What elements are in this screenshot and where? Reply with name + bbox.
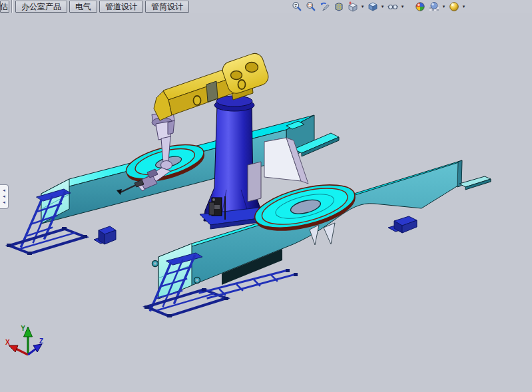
zoom-to-area-icon[interactable]	[304, 1, 317, 13]
command-tabs: 估 办公室产品 电气 管道设计 管筒设计	[0, 0, 191, 13]
back-beam-support-bracket[interactable]	[94, 226, 116, 244]
rotate-view-icon[interactable]	[318, 1, 331, 13]
triad-z-axis: Z	[28, 337, 43, 355]
viewport-3d[interactable]: Y X Z	[0, 0, 532, 392]
apply-scene-icon[interactable]	[427, 1, 440, 13]
panel-arrow-icon: ◂	[3, 200, 5, 206]
display-style-dropdown[interactable]: ▾	[380, 4, 385, 9]
apply-scene-dropdown[interactable]: ▾	[441, 4, 446, 9]
view-orientation-icon[interactable]	[346, 1, 359, 13]
tab-evaluate-partial[interactable]: 估	[0, 1, 9, 13]
triad-x-axis: X	[5, 339, 28, 355]
feature-panel-expand-tab[interactable]: ◂ ◂ ◂	[0, 184, 9, 209]
front-beam-support-bracket[interactable]	[388, 216, 417, 233]
display-style-icon[interactable]	[366, 1, 379, 13]
triad-y-axis: Y	[21, 325, 32, 355]
fixture-gray-plate[interactable]	[248, 162, 261, 202]
view-orientation-dropdown[interactable]: ▾	[360, 4, 365, 9]
view-toolbar: ▾ ▾ ▾ ▾ ▾	[290, 1, 466, 13]
hide-show-items-icon[interactable]	[386, 1, 399, 13]
view-settings-icon[interactable]	[447, 1, 460, 13]
robot-boom[interactable]	[154, 51, 270, 120]
view-settings-dropdown[interactable]: ▾	[461, 4, 466, 9]
tab-office-products[interactable]: 办公室产品	[15, 1, 67, 13]
hide-show-items-dropdown[interactable]: ▾	[400, 4, 405, 9]
triad-x-label: X	[5, 339, 10, 346]
edit-appearance-icon[interactable]	[413, 1, 426, 13]
triad-z-label: Z	[39, 337, 43, 345]
panel-arrow-icon: ◂	[3, 194, 5, 200]
boom-mid-joint[interactable]	[206, 81, 218, 102]
tab-separator	[11, 0, 13, 13]
command-bar: 估 办公室产品 电气 管道设计 管筒设计 ▾	[0, 0, 532, 13]
panel-arrow-icon: ◂	[3, 188, 5, 194]
zoom-in-out-icon[interactable]	[290, 1, 303, 13]
reference-triad: Y X Z	[5, 325, 43, 355]
tab-piping-design[interactable]: 管道设计	[99, 1, 143, 13]
tab-electrical[interactable]: 电气	[69, 1, 97, 13]
section-view-icon[interactable]	[332, 1, 345, 13]
triad-y-label: Y	[21, 325, 25, 332]
cad-window: Y X Z 估 办公室产品 电气 管道设计 管筒设计	[0, 0, 532, 392]
tab-tubing-design[interactable]: 管筒设计	[145, 1, 189, 13]
